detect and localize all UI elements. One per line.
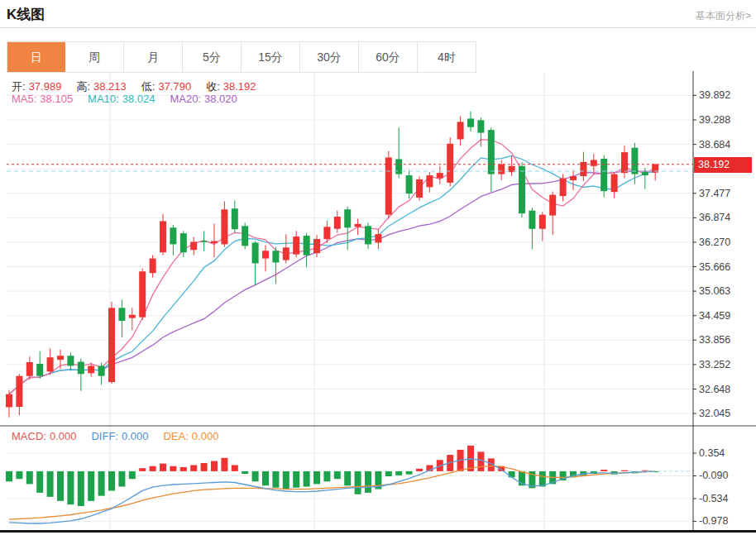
svg-text:35.063: 35.063 <box>699 285 730 297</box>
page-title: K线图 <box>7 5 45 24</box>
header-divider <box>0 27 756 28</box>
svg-text:38.684: 38.684 <box>699 139 730 150</box>
tab-period-2[interactable]: 月 <box>124 42 183 72</box>
fundamental-analysis-link[interactable]: 基本面分析> <box>696 9 751 23</box>
svg-text:-0.090: -0.090 <box>699 470 728 481</box>
bottom-border <box>0 530 756 533</box>
svg-text:39.892: 39.892 <box>699 89 730 101</box>
svg-text:39.288: 39.288 <box>699 114 730 126</box>
svg-text:-0.978: -0.978 <box>699 515 728 527</box>
readout-MA20: MA20:38.020 <box>170 93 240 105</box>
svg-text:34.459: 34.459 <box>699 310 730 322</box>
readout-DEA: DEA:0.000 <box>163 430 222 442</box>
readout-DIFF: DIFF:0.000 <box>91 430 151 442</box>
readout-MACD: MACD:0.000 <box>12 430 79 442</box>
tab-period-4[interactable]: 15分 <box>242 42 300 72</box>
readout-MA5: MA5:38.105 <box>12 93 76 105</box>
tab-period-5[interactable]: 30分 <box>300 42 359 72</box>
svg-text:32.045: 32.045 <box>699 408 730 419</box>
current-price-tag: 38.192 <box>694 157 752 173</box>
svg-text:-0.534: -0.534 <box>699 493 728 504</box>
svg-text:36.270: 36.270 <box>699 236 730 248</box>
svg-text:33.856: 33.856 <box>699 334 730 346</box>
svg-text:33.252: 33.252 <box>699 359 730 370</box>
tab-period-6[interactable]: 60分 <box>359 42 418 72</box>
tab-period-3[interactable]: 5分 <box>183 42 242 72</box>
tab-period-0[interactable]: 日 <box>7 42 65 72</box>
tab-period-7[interactable]: 4时 <box>418 42 476 72</box>
svg-text:36.874: 36.874 <box>699 212 730 223</box>
svg-text:0.354: 0.354 <box>699 447 725 459</box>
svg-text:32.648: 32.648 <box>699 384 730 395</box>
svg-text:37.477: 37.477 <box>699 188 730 199</box>
svg-text:35.666: 35.666 <box>699 261 730 273</box>
tab-period-1[interactable]: 周 <box>65 42 124 72</box>
macd-readout: MACD:0.000DIFF:0.000DEA:0.000 <box>12 430 233 442</box>
ma-readout: MA5:38.105MA10:38.024MA20:38.020 <box>12 93 252 105</box>
readout-MA10: MA10:38.024 <box>88 93 158 105</box>
period-tabs: 日周月5分15分30分60分4时 <box>7 41 476 73</box>
